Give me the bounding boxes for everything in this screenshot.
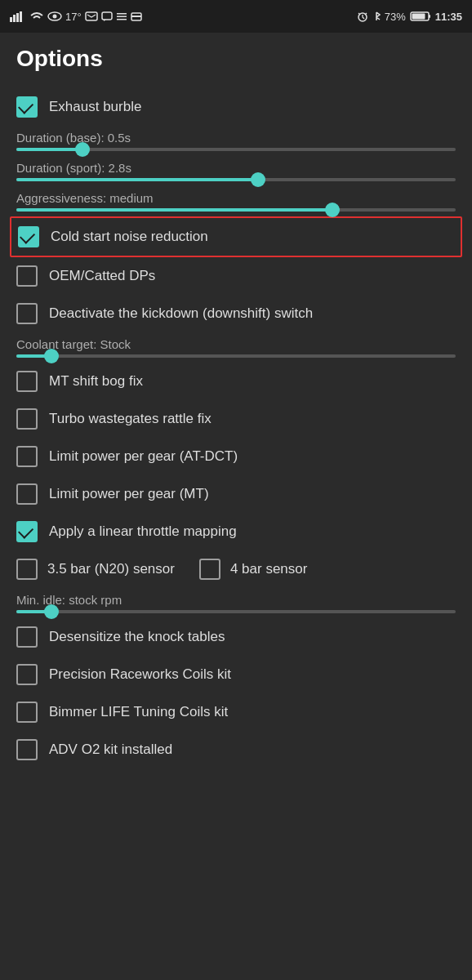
svg-rect-0 [10,17,12,22]
slider-coolant-label: Coolant target: Stock [16,337,456,351]
option-limit-power-mt: Limit power per gear (MT) [16,475,456,513]
option-precision-coils: Precision Raceworks Coils kit [16,656,456,693]
slider-duration-base-track[interactable] [16,148,456,151]
svg-rect-1 [13,15,16,22]
checkbox-limit-power-mt[interactable] [16,483,38,505]
option-desensitize-knock: Desensitize the knock tables [16,618,456,656]
signal-icon [10,11,26,22]
checkbox-oem-catted[interactable] [16,265,38,287]
label-bimmer-life-coils: Bimmer LIFE Tuning Coils kit [49,703,228,721]
battery-icon [410,11,431,22]
slider-coolant-target: Coolant target: Stock [16,332,456,363]
checkbox-exhaust-burble[interactable] [16,96,38,118]
svg-rect-9 [117,16,127,17]
slider-aggressiveness-track[interactable] [16,208,456,212]
svg-rect-6 [86,12,97,20]
checkbox-precision-coils[interactable] [16,664,38,685]
slider-min-idle: Min. idle: stock rpm [16,588,456,618]
label-cold-start-noise: Cold start noise reduction [51,228,208,246]
checkbox-adv-o2[interactable] [16,739,38,760]
label-turbo-wastegate: Turbo wastegates rattle fix [49,410,212,428]
option-turbo-wastegate: Turbo wastegates rattle fix [16,400,456,438]
svg-rect-15 [429,15,430,18]
option-4-bar-sensor: 4 bar sensor [199,559,308,580]
slider-min-idle-track[interactable] [16,610,456,613]
option-3-5-bar-sensor: 3.5 bar (N20) sensor [16,559,175,580]
svg-point-5 [53,15,57,19]
slider-min-idle-label: Min. idle: stock rpm [16,593,456,607]
checkbox-cold-start-noise[interactable] [18,226,39,247]
label-mt-shift-bog: MT shift bog fix [49,372,143,390]
svg-rect-7 [102,12,112,20]
checkbox-deactivate-kickdown[interactable] [16,303,38,324]
slider-duration-base: Duration (base): 0.5s [16,126,456,156]
status-time: 11:35 [435,11,462,23]
slider-coolant-track[interactable] [16,354,456,358]
checkbox-mt-shift-bog[interactable] [16,371,38,392]
option-deactivate-kickdown: Deactivate the kickdown (downshift) swit… [16,295,456,332]
label-oem-catted: OEM/Catted DPs [49,267,155,285]
slider-duration-sport-label: Duration (sport): 2.8s [16,161,456,175]
label-linear-throttle: Apply a linear throttle mapping [49,523,237,541]
option-mt-shift-bog: MT shift bog fix [16,363,456,400]
label-3-5-bar-sensor: 3.5 bar (N20) sensor [47,560,175,578]
menu-icon [116,11,127,22]
svg-rect-3 [20,11,22,22]
option-cold-start-noise: Cold start noise reduction [10,216,462,257]
slider-duration-sport: Duration (sport): 2.8s [16,156,456,186]
message-icon [85,11,98,22]
label-limit-power-mt: Limit power per gear (MT) [49,485,209,503]
label-deactivate-kickdown: Deactivate the kickdown (downshift) swit… [49,305,313,323]
eye-icon [47,11,62,21]
svg-rect-10 [117,19,127,20]
option-oem-catted: OEM/Catted DPs [16,257,456,295]
option-sensor-row: 3.5 bar (N20) sensor 4 bar sensor [16,550,456,588]
chat-icon [101,11,113,22]
status-bar: 17° 73% [0,0,472,33]
option-linear-throttle: Apply a linear throttle mapping [16,513,456,550]
checkbox-limit-power-at-dct[interactable] [16,446,38,467]
label-precision-coils: Precision Raceworks Coils kit [49,666,231,684]
svg-rect-2 [16,13,19,22]
page-title: Options [0,33,472,88]
label-adv-o2: ADV O2 kit installed [49,741,172,759]
card-icon [131,11,142,22]
checkbox-desensitize-knock[interactable] [16,626,38,648]
status-right: 73% 11:35 [357,11,462,23]
battery-percent: 73% [385,11,406,23]
options-content: Exhaust burble Duration (base): 0.5s Dur… [0,88,472,793]
status-temp: 17° [65,11,82,23]
option-exhaust-burble: Exhaust burble [16,88,456,126]
status-left: 17° [10,11,142,23]
label-limit-power-at-dct: Limit power per gear (AT-DCT) [49,448,238,466]
checkbox-3-5-bar-sensor[interactable] [16,559,38,580]
wifi-icon [29,11,44,22]
label-4-bar-sensor: 4 bar sensor [230,560,308,578]
checkbox-bimmer-life-coils[interactable] [16,702,38,723]
bluetooth-icon [372,11,381,22]
svg-rect-12 [131,16,141,17]
option-adv-o2: ADV O2 kit installed [16,731,456,768]
slider-aggressiveness: Aggressiveness: medium [16,186,456,216]
slider-duration-sport-track[interactable] [16,178,456,181]
slider-aggressiveness-label: Aggressiveness: medium [16,191,456,205]
label-exhaust-burble: Exhaust burble [49,98,141,116]
label-desensitize-knock: Desensitize the knock tables [49,628,225,646]
checkbox-linear-throttle[interactable] [16,521,38,542]
alarm-icon [357,11,368,22]
svg-rect-8 [117,13,127,15]
svg-rect-16 [412,14,425,20]
option-limit-power-at-dct: Limit power per gear (AT-DCT) [16,438,456,475]
checkbox-turbo-wastegate[interactable] [16,408,38,430]
option-bimmer-life-coils: Bimmer LIFE Tuning Coils kit [16,693,456,731]
checkbox-4-bar-sensor[interactable] [199,559,220,580]
